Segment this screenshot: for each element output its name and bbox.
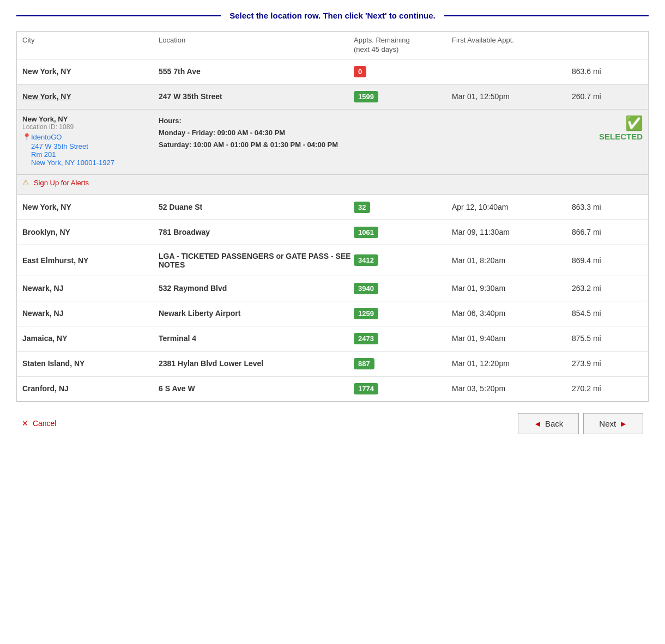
distance: 270.2 mi: [572, 384, 643, 393]
appts-badge: 0: [354, 66, 366, 77]
city-name: Newark, NJ: [22, 284, 159, 293]
appts-badge: 3412: [354, 254, 378, 266]
detail-city: New York, NY: [22, 115, 159, 123]
badge-cell: 2473: [354, 333, 452, 344]
location-address: 52 Duane St: [159, 203, 354, 211]
badge-cell: 3412: [354, 254, 452, 266]
distance: 260.7 mi: [572, 92, 643, 101]
selected-check-icon: ✅: [572, 115, 643, 132]
hours-saturday: Saturday: 10:00 AM - 01:00 PM & 01:30 PM…: [159, 139, 354, 151]
table-row[interactable]: New York, NY 52 Duane St 32 Apr 12, 10:4…: [17, 195, 648, 220]
table-row[interactable]: East Elmhurst, NY LGA - TICKETED PASSENG…: [17, 245, 648, 276]
col-city: City: [22, 36, 159, 54]
table-row[interactable]: Cranford, NJ 6 S Ave W 1774 Mar 03, 5:20…: [17, 376, 648, 402]
location-address: LGA - TICKETED PASSENGERS or GATE PASS -…: [159, 252, 354, 269]
location-address: 247 W 35th Street: [159, 92, 354, 101]
location-address: 555 7th Ave: [159, 67, 354, 76]
footer-buttons: ◄ Back Next ►: [518, 413, 643, 434]
distance: 263.2 mi: [572, 284, 643, 293]
city-name: Cranford, NJ: [22, 384, 159, 393]
table-row[interactable]: Newark, NJ Newark Liberty Airport 1259 M…: [17, 301, 648, 326]
first-appt: Apr 12, 10:40am: [452, 203, 572, 211]
location-address: 2381 Hylan Blvd Lower Level: [159, 359, 354, 368]
location-address: 532 Raymond Blvd: [159, 284, 354, 293]
first-appt: Mar 01, 12:20pm: [452, 359, 572, 368]
alert-icon: ⚠: [22, 178, 29, 187]
table-row[interactable]: Staten Island, NY 2381 Hylan Blvd Lower …: [17, 351, 648, 376]
hours-weekday: Monday - Friday: 09:00 AM - 04:30 PM: [159, 127, 354, 139]
appts-badge: 1061: [354, 227, 378, 238]
city-name: Newark, NJ: [22, 309, 159, 318]
table-row[interactable]: Jamaica, NY Terminal 4 2473 Mar 01, 9:40…: [17, 326, 648, 351]
first-appt: Mar 03, 5:20pm: [452, 384, 572, 393]
location-address: 6 S Ave W: [159, 384, 354, 393]
table-row[interactable]: New York, NY 247 W 35th Street 1599 Mar …: [17, 84, 648, 110]
next-button[interactable]: Next ►: [583, 413, 643, 434]
distance: 854.5 mi: [572, 309, 643, 318]
detail-appt-col: [452, 115, 572, 167]
col-appts: Appts. Remaining (next 45 days): [354, 36, 452, 54]
appts-badge: 32: [354, 202, 370, 213]
badge-cell: 3940: [354, 283, 452, 294]
table-row[interactable]: New York, NY 555 7th Ave 0 863.6 mi: [17, 59, 648, 84]
badge-cell: 1774: [354, 383, 452, 394]
pin-icon: 📍: [22, 133, 31, 141]
appts-badge: 2473: [354, 333, 378, 344]
badge-cell: 0: [354, 66, 452, 77]
distance: 863.3 mi: [572, 203, 643, 211]
next-arrow-icon: ►: [619, 419, 627, 428]
detail-location-id: Location ID: 1089: [22, 123, 159, 131]
first-appt: Mar 06, 3:40pm: [452, 309, 572, 318]
header-line-right: [444, 15, 649, 16]
appts-badge: 1599: [354, 91, 378, 102]
table-row[interactable]: Newark, NJ 532 Raymond Blvd 3940 Mar 01,…: [17, 276, 648, 301]
distance: 863.6 mi: [572, 67, 643, 76]
identogo-link[interactable]: 📍IdentoGO: [22, 133, 159, 141]
cancel-link[interactable]: ✕ Cancel: [22, 419, 56, 428]
addr-line-2: Rm 201: [31, 150, 159, 159]
appts-badge: 1774: [354, 383, 378, 394]
selected-label: SELECTED: [599, 132, 643, 141]
back-label: Back: [545, 419, 563, 428]
city-name: New York, NY: [22, 203, 159, 211]
first-appt: Mar 01, 9:30am: [452, 284, 572, 293]
header-instruction: Select the location row. Then click 'Nex…: [16, 11, 649, 20]
next-label: Next: [599, 419, 616, 428]
hours-label: Hours:: [159, 115, 354, 127]
addr-line-3: New York, NY 10001-1927: [31, 159, 159, 167]
back-arrow-icon: ◄: [534, 419, 542, 428]
first-appt: Mar 01, 12:50pm: [452, 92, 572, 101]
table-row[interactable]: Brooklyn, NY 781 Broadway 1061 Mar 09, 1…: [17, 220, 648, 245]
col-first-appt: First Available Appt.: [452, 36, 572, 54]
page-wrapper: Select the location row. Then click 'Nex…: [0, 0, 665, 451]
appts-badge: 887: [354, 358, 374, 369]
city-name: Brooklyn, NY: [22, 228, 159, 236]
detail-hours: Hours: Monday - Friday: 09:00 AM - 04:30…: [159, 115, 354, 167]
badge-cell: 1259: [354, 308, 452, 319]
location-address: Newark Liberty Airport: [159, 309, 354, 318]
appts-badge: 1259: [354, 308, 378, 319]
alert-row: ⚠ Sign Up for Alerts: [17, 175, 648, 195]
header-line-left: [16, 15, 221, 16]
location-address: 781 Broadway: [159, 228, 354, 236]
badge-cell: 1599: [354, 91, 452, 102]
badge-cell: 887: [354, 358, 452, 369]
cancel-icon: ✕: [22, 419, 28, 428]
city-name: East Elmhurst, NY: [22, 256, 159, 265]
first-appt: Mar 09, 11:30am: [452, 228, 572, 236]
col-distance: [572, 36, 643, 54]
distance: 875.5 mi: [572, 334, 643, 343]
badge-cell: 1061: [354, 227, 452, 238]
col-location: Location: [159, 36, 354, 54]
cancel-label: Cancel: [33, 419, 57, 428]
first-appt: Mar 01, 9:40am: [452, 334, 572, 343]
location-table: City Location Appts. Remaining (next 45 …: [16, 31, 649, 402]
sign-up-alerts-link[interactable]: Sign Up for Alerts: [34, 179, 89, 187]
location-address: Terminal 4: [159, 334, 354, 343]
table-header: City Location Appts. Remaining (next 45 …: [17, 32, 648, 59]
distance: 273.9 mi: [572, 359, 643, 368]
detail-left: New York, NY Location ID: 1089 📍IdentoGO…: [22, 115, 159, 167]
first-appt: Mar 01, 8:20am: [452, 256, 572, 265]
detail-badge-col: [354, 115, 452, 167]
back-button[interactable]: ◄ Back: [518, 413, 579, 434]
